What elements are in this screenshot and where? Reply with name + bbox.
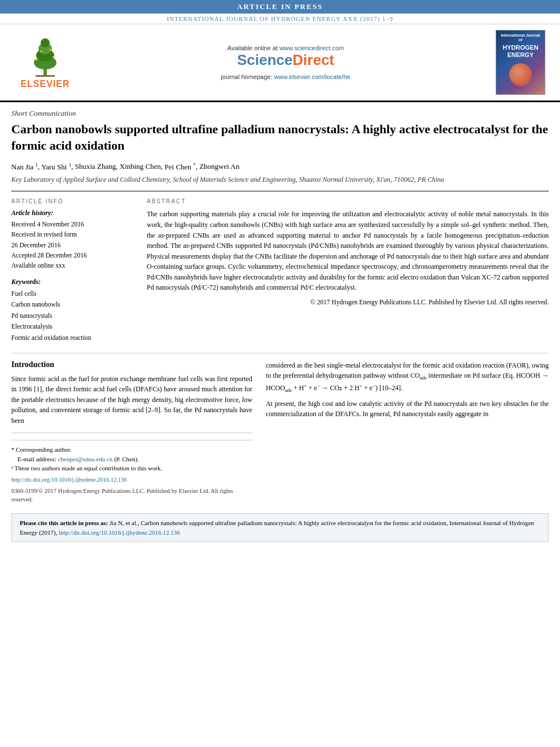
email-person: (P. Chen). bbox=[114, 456, 139, 462]
abstract-paragraph: The carbon supporting materials play a c… bbox=[147, 209, 549, 293]
corresponding-star: * Corresponding author. bbox=[11, 446, 72, 453]
citation-box: Please cite this article in press as: Ji… bbox=[11, 513, 549, 542]
footnotes-divider bbox=[11, 433, 252, 433]
article-info-panel: ARTICLE INFO Article history: Received 4… bbox=[11, 198, 135, 343]
intro-right-p2: At present, the high cost and low cataly… bbox=[266, 399, 549, 420]
keyword-1: Fuel cells bbox=[11, 289, 135, 300]
svg-point-5 bbox=[41, 38, 50, 47]
revised-label: Received in revised form bbox=[11, 230, 135, 239]
keywords-label: Keywords: bbox=[11, 278, 135, 286]
author-xinbing-chen: Xinbing Chen bbox=[120, 163, 161, 171]
abstract-text: The carbon supporting materials play a c… bbox=[147, 209, 549, 308]
please-cite-label: Please cite this article in press as: bbox=[20, 519, 108, 526]
footnotes-section: * Corresponding author. E-mail address: … bbox=[11, 440, 252, 504]
cover-image: International Journal of HYDROGENENERGY bbox=[496, 30, 545, 95]
keyword-3: Pd nanocrystals bbox=[11, 311, 135, 322]
keyword-4: Electrocatalysis bbox=[11, 321, 135, 333]
elsevier-brand-text: ELSEVIER bbox=[20, 79, 69, 89]
intro-left-text: Since formic acid as the fuel for proton… bbox=[11, 374, 252, 426]
accepted-date: Accepted 28 December 2016 bbox=[11, 251, 135, 260]
received-date: Received 4 November 2016 bbox=[11, 220, 135, 229]
header-center: Available online at www.sciencedirect.co… bbox=[79, 45, 492, 80]
sciencedirect-direct-text: Direct bbox=[292, 51, 334, 68]
email-address-link[interactable]: chenpei@snnu.edu.cn bbox=[58, 456, 112, 462]
main-content: Short Communication Carbon nanobowls sup… bbox=[0, 109, 560, 542]
equal-contribution-note: ¹ These two authors made an equal contri… bbox=[11, 464, 252, 473]
introduction-heading: Introduction bbox=[11, 360, 252, 369]
article-history-label: Article history: bbox=[11, 209, 135, 217]
journal-title-bar: INTERNATIONAL JOURNAL OF HYDROGEN ENERGY… bbox=[0, 14, 560, 24]
corresponding-author-note: * Corresponding author. bbox=[11, 445, 252, 455]
journal-homepage-url[interactable]: www.elsevier.com/locate/he bbox=[274, 73, 351, 80]
affiliation: Key Laboratory of Applied Surface and Co… bbox=[11, 175, 549, 185]
svg-point-8 bbox=[41, 51, 42, 53]
abstract-section: ABSTRACT The carbon supporting materials… bbox=[147, 198, 549, 343]
keyword-2: Carbon nanobowls bbox=[11, 299, 135, 311]
sciencedirect-url[interactable]: www.sciencedirect.com bbox=[279, 45, 344, 51]
revised-date: 26 December 2016 bbox=[11, 241, 135, 250]
section-divider bbox=[11, 353, 549, 353]
available-online: Available online xxx bbox=[11, 261, 135, 270]
svg-point-9 bbox=[50, 49, 51, 51]
doi-link-bar: http://dx.doi.org/10.1016/j.ijhydene.201… bbox=[11, 475, 252, 484]
available-online-text: Available online at www.sciencedirect.co… bbox=[79, 45, 492, 51]
abstract-heading: ABSTRACT bbox=[147, 198, 549, 204]
svg-rect-1 bbox=[36, 75, 55, 77]
author-pei-chen: Pei Chen * bbox=[165, 163, 196, 171]
doi-link[interactable]: http://dx.doi.org/10.1016/j.ijhydene.201… bbox=[11, 477, 127, 483]
intro-left-column: Introduction Since formic acid as the fu… bbox=[11, 360, 252, 505]
intro-right-text: considered as the best single-metal elec… bbox=[266, 360, 549, 420]
cover-header-text: International Journal of bbox=[499, 33, 542, 43]
journal-homepage-label: journal homepage: bbox=[221, 73, 272, 80]
introduction-section: Introduction Since formic acid as the fu… bbox=[11, 360, 549, 505]
keyword-5: Formic acid oxidation reaction bbox=[11, 333, 135, 344]
article-info-heading: ARTICLE INFO bbox=[11, 198, 135, 204]
elsevier-logo: ELSEVIER bbox=[11, 36, 79, 89]
intro-right-p1: considered as the best single-metal elec… bbox=[266, 360, 549, 395]
available-online-label: Available online at bbox=[228, 45, 278, 51]
author-shuxia-zhang: Shuxia Zhang bbox=[75, 163, 116, 171]
equal-contribution-text: ¹ These two authors made an equal contri… bbox=[11, 465, 162, 471]
header-section: ELSEVIER Available online at www.science… bbox=[0, 24, 560, 102]
author-yaru-shi: Yaru Shi 1 bbox=[41, 163, 71, 171]
svg-rect-0 bbox=[43, 68, 47, 76]
keywords-section: Keywords: Fuel cells Carbon nanobowls Pd… bbox=[11, 278, 135, 344]
author-zhongwei-an: Zhongwei An bbox=[199, 163, 239, 171]
svg-point-6 bbox=[36, 58, 38, 60]
journal-cover: International Journal of HYDROGENENERGY bbox=[492, 30, 549, 95]
keywords-list: Fuel cells Carbon nanobowls Pd nanocryst… bbox=[11, 289, 135, 344]
sciencedirect-logo: ScienceDirect bbox=[79, 51, 492, 69]
email-label: E-mail address: bbox=[18, 456, 56, 462]
sciencedirect-science-text: Science bbox=[237, 51, 292, 68]
issn-bar: 0360-3199/© 2017 Hydrogen Energy Publica… bbox=[11, 487, 252, 505]
author-nan-jia: Nan Jia 1 bbox=[11, 163, 38, 171]
citation-doi-link[interactable]: http://dx.doi.org/10.1016/j.ijhydene.201… bbox=[59, 529, 180, 536]
authors: Nan Jia 1, Yaru Shi 1, Shuxia Zhang, Xin… bbox=[11, 161, 549, 171]
intro-right-column: considered as the best single-metal elec… bbox=[266, 360, 549, 505]
email-note: E-mail address: chenpei@snnu.edu.cn (P. … bbox=[11, 455, 252, 464]
journal-homepage: journal homepage: www.elsevier.com/locat… bbox=[79, 73, 492, 80]
cover-decorative-circle bbox=[509, 63, 532, 86]
elsevier-tree-icon bbox=[25, 36, 65, 78]
intro-left-p1: Since formic acid as the fuel for proton… bbox=[11, 374, 252, 426]
article-title: Carbon nanobowls supported ultrafine pal… bbox=[11, 121, 549, 154]
article-type: Short Communication bbox=[11, 109, 549, 118]
svg-point-7 bbox=[53, 56, 55, 58]
article-info-abstract-section: ARTICLE INFO Article history: Received 4… bbox=[11, 191, 549, 343]
cover-journal-title: HYDROGENENERGY bbox=[502, 44, 539, 59]
abstract-copyright: © 2017 Hydrogen Energy Publications LLC.… bbox=[147, 298, 549, 308]
article-in-press-banner: ARTICLE IN PRESS bbox=[0, 0, 560, 14]
